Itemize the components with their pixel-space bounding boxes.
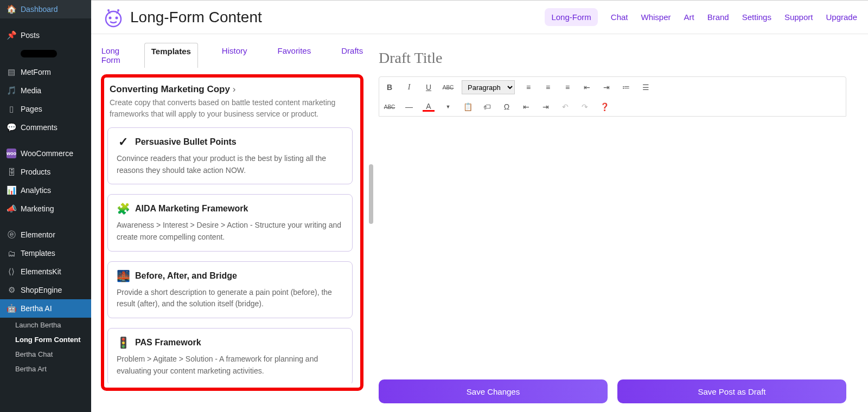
template-card-title: AIDA Marketing Framework [135, 204, 248, 214]
template-card-bab[interactable]: 🌉Before, After, and Bridge Provide a sho… [107, 261, 353, 318]
paragraph-select[interactable]: Paragraph [462, 80, 515, 94]
action-buttons: Save Changes Save Post as Draft [379, 379, 846, 403]
color-dropdown-icon[interactable]: ▼ [442, 101, 454, 113]
nav-longform[interactable]: Long-Form [545, 8, 597, 26]
svg-point-2 [116, 16, 118, 19]
topbar: Long-Form Content Long-Form Chat Whisper… [91, 1, 868, 34]
sidebar-item-getgenie[interactable]: Get Genie [0, 44, 91, 63]
tab-longform[interactable]: Long Form [95, 43, 127, 68]
leftcol-scrollbar[interactable] [369, 164, 373, 224]
page-title: Long-Form Content [130, 9, 262, 26]
align-center-icon[interactable]: ≡ [542, 81, 554, 93]
ekit-icon: ⟨⟩ [7, 267, 16, 276]
clear-format-button[interactable]: ABC [384, 101, 395, 113]
sidebar-item-products[interactable]: 🗄Products [0, 163, 91, 181]
template-card-bullets[interactable]: ✓Persuasive Bullet Points Convince reade… [107, 127, 353, 184]
sidebar-item-label: Products [21, 168, 50, 176]
strikethrough-button[interactable]: ABC [442, 81, 454, 93]
editor-column: B I U ABC Paragraph ≡ ≡ ≡ ⇤ ⇥ ≔ ☰ ABC — … [373, 34, 868, 412]
template-card-title: Persuasive Bullet Points [135, 137, 237, 147]
sidebar-item-label: Comments [21, 123, 58, 132]
sidebar-item-templates[interactable]: 🗂Templates [0, 244, 91, 262]
sidebar-item-shopengine[interactable]: ⚙ShopEngine [0, 281, 91, 299]
template-card-aida[interactable]: 🧩AIDA Marketing Framework Awareness > In… [107, 194, 353, 251]
sidebar-item-label: Get Genie [21, 50, 57, 57]
tab-templates[interactable]: Templates [144, 43, 198, 68]
outdent2-icon[interactable]: ⇤ [520, 101, 532, 113]
bertha-logo-icon [102, 6, 125, 29]
templates-list[interactable]: Converting Marketing Copy Create copy th… [107, 82, 357, 383]
nav-whisper[interactable]: Whisper [641, 12, 671, 22]
editor-toolbar: B I U ABC Paragraph ≡ ≡ ≡ ⇤ ⇥ ≔ ☰ ABC — … [379, 76, 846, 117]
save-changes-button[interactable]: Save Changes [379, 379, 608, 403]
svg-point-3 [107, 9, 110, 11]
align-left-icon[interactable]: ≡ [522, 81, 534, 93]
product-icon: 🗄 [7, 167, 16, 177]
sidebar-item-label: Templates [21, 249, 55, 258]
sidebar-item-label: Media [21, 86, 41, 95]
underline-button[interactable]: U [423, 81, 435, 93]
text-color-icon[interactable]: A [423, 102, 435, 112]
tab-favorites[interactable]: Favorites [271, 43, 318, 68]
svg-point-1 [109, 16, 112, 19]
form-icon: ▤ [7, 67, 16, 77]
sidebar-item-metform[interactable]: ▤MetForm [0, 63, 91, 81]
sidebar-item-woocommerce[interactable]: wooWooCommerce [0, 144, 91, 163]
elementor-icon: ⓔ [7, 230, 16, 240]
save-draft-button[interactable]: Save Post as Draft [617, 379, 846, 403]
draft-title-input[interactable] [379, 45, 846, 76]
sidebar-item-label: Marketing [21, 204, 54, 213]
nav-brand[interactable]: Brand [707, 12, 729, 22]
sidebar-item-label: WooCommerce [21, 149, 73, 158]
sidebar-item-pages[interactable]: ▯Pages [0, 100, 91, 118]
paste-icon[interactable]: 📋 [462, 101, 474, 113]
sidebar-item-marketing[interactable]: 📣Marketing [0, 199, 91, 218]
indent-icon[interactable]: ⇥ [601, 81, 612, 93]
top-nav: Long-Form Chat Whisper Art Brand Setting… [545, 8, 857, 26]
sidebar-item-elementor[interactable]: ⓔElementor [0, 226, 91, 244]
horizontal-rule-icon[interactable]: — [403, 101, 415, 113]
sidebar-sub-longform[interactable]: Long Form Content [0, 332, 91, 347]
nav-upgrade[interactable]: Upgrade [826, 12, 857, 22]
tab-history[interactable]: History [215, 43, 254, 68]
sidebar-item-label: ElementsKit [21, 267, 61, 276]
sidebar-item-media[interactable]: 🎵Media [0, 81, 91, 100]
shopengine-icon: ⚙ [7, 285, 16, 295]
redo-icon[interactable]: ↷ [579, 101, 591, 113]
sidebar-item-elementskit[interactable]: ⟨⟩ElementsKit [0, 262, 91, 281]
italic-button[interactable]: I [403, 81, 415, 93]
undo-icon[interactable]: ↶ [559, 101, 571, 113]
bold-button[interactable]: B [384, 81, 395, 93]
nav-settings[interactable]: Settings [742, 12, 771, 22]
help-icon[interactable]: ❓ [598, 101, 610, 113]
bullet-list-icon[interactable]: ≔ [620, 81, 632, 93]
check-icon: ✓ [117, 136, 130, 149]
puzzle-icon: 🧩 [117, 202, 130, 215]
tag-icon[interactable]: 🏷 [481, 101, 493, 113]
sidebar-item-analytics[interactable]: 📊Analytics [0, 181, 91, 199]
sidebar-sub-art[interactable]: Bertha Art [0, 362, 91, 376]
content-tabs: Long Form Templates History Favorites Dr… [101, 34, 363, 74]
align-right-icon[interactable]: ≡ [561, 81, 573, 93]
sidebar-item-label: Bertha AI [21, 304, 52, 313]
sidebar-item-comments[interactable]: 💬Comments [0, 118, 91, 137]
sidebar-item-posts[interactable]: 📌Posts [0, 26, 91, 44]
indent2-icon[interactable]: ⇥ [540, 101, 552, 113]
nav-support[interactable]: Support [784, 12, 813, 22]
sidebar-item-dashboard[interactable]: 🏠Dashboard [0, 0, 91, 18]
sidebar-sub-launch[interactable]: Launch Bertha [0, 318, 91, 332]
template-card-pas[interactable]: 🚦PAS Framework Problem > Agitate > Solut… [107, 328, 353, 383]
sidebar-item-bertha[interactable]: 🤖Bertha AI [0, 299, 91, 318]
nav-art[interactable]: Art [684, 12, 694, 22]
number-list-icon[interactable]: ☰ [640, 81, 652, 93]
nav-chat[interactable]: Chat [611, 12, 628, 22]
sidebar-item-label: MetForm [21, 68, 51, 76]
tab-drafts[interactable]: Drafts [335, 43, 369, 68]
analytics-icon: 📊 [7, 185, 16, 195]
template-card-desc: Provide a short description to generate … [117, 287, 343, 310]
special-char-icon[interactable]: Ω [501, 101, 513, 113]
outdent-icon[interactable]: ⇤ [581, 81, 593, 93]
sidebar-sub-chat[interactable]: Bertha Chat [0, 347, 91, 362]
template-category-title[interactable]: Converting Marketing Copy [107, 82, 353, 96]
bridge-icon: 🌉 [117, 269, 130, 282]
